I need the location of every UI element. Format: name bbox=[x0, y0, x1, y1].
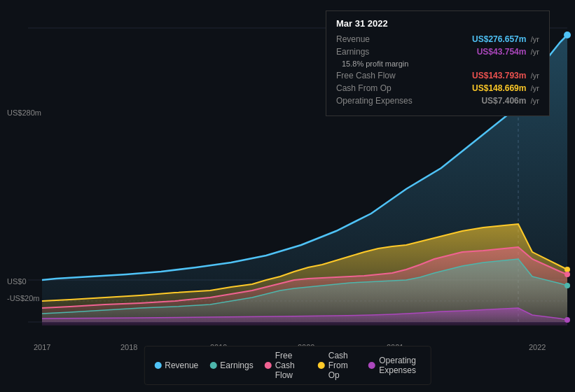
tooltip-fcf-suffix: /yr bbox=[531, 71, 539, 80]
y-label-bot: -US$20m bbox=[7, 294, 39, 302]
legend-label-opex: Operating Expenses bbox=[379, 356, 421, 375]
legend-item-earnings[interactable]: Earnings bbox=[209, 360, 253, 370]
tooltip-margin: 15.8% profit margin bbox=[342, 59, 539, 68]
legend-label-fcf: Free Cash Flow bbox=[275, 351, 307, 380]
tooltip-cashop-label: Cash From Op bbox=[336, 83, 420, 93]
legend-dot-fcf bbox=[265, 362, 272, 369]
tooltip-revenue-value: US$276.657m bbox=[472, 34, 526, 44]
legend-item-opex[interactable]: Operating Expenses bbox=[368, 356, 421, 375]
tooltip-card: Mar 31 2022 Revenue US$276.657m /yr Earn… bbox=[326, 10, 550, 116]
tooltip-opex-suffix: /yr bbox=[531, 97, 539, 105]
tooltip-earnings-label: Earnings bbox=[336, 47, 420, 57]
tooltip-row-fcf: Free Cash Flow US$143.793m /yr bbox=[336, 71, 539, 80]
legend-label-revenue: Revenue bbox=[165, 360, 198, 370]
svg-point-7 bbox=[564, 267, 570, 272]
legend-dot-opex bbox=[368, 362, 375, 369]
tooltip-row-earnings: Earnings US$43.754m /yr bbox=[336, 47, 539, 57]
chart-legend: Revenue Earnings Free Cash Flow Cash Fro… bbox=[144, 346, 431, 385]
svg-point-8 bbox=[564, 272, 570, 277]
chart-container: US$280m US$0 -US$20m 2017 2018 2019 2020… bbox=[0, 0, 575, 392]
x-label-2017: 2017 bbox=[34, 343, 50, 351]
tooltip-revenue-suffix: /yr bbox=[531, 35, 539, 43]
x-label-2022: 2022 bbox=[529, 343, 546, 351]
legend-item-cashop[interactable]: Cash From Op bbox=[318, 351, 357, 380]
legend-label-earnings: Earnings bbox=[220, 360, 253, 370]
y-label-top: US$280m bbox=[7, 108, 41, 117]
tooltip-fcf-value: US$143.793m bbox=[472, 71, 526, 80]
tooltip-row-cashop: Cash From Op US$148.669m /yr bbox=[336, 83, 539, 93]
tooltip-earnings-value: US$43.754m bbox=[477, 47, 527, 57]
x-label-2018: 2018 bbox=[120, 343, 137, 351]
svg-point-6 bbox=[564, 31, 571, 38]
y-label-mid: US$0 bbox=[7, 277, 27, 286]
tooltip-revenue-label: Revenue bbox=[336, 34, 420, 44]
tooltip-opex-label: Operating Expenses bbox=[336, 96, 420, 106]
legend-dot-cashop bbox=[318, 362, 325, 369]
tooltip-row-opex: Operating Expenses US$7.406m /yr bbox=[336, 96, 539, 106]
legend-label-cashop: Cash From Op bbox=[328, 351, 357, 380]
legend-item-fcf[interactable]: Free Cash Flow bbox=[265, 351, 307, 380]
tooltip-earnings-suffix: /yr bbox=[531, 48, 539, 56]
svg-point-10 bbox=[564, 317, 570, 323]
tooltip-opex-value: US$7.406m bbox=[481, 96, 526, 106]
tooltip-cashop-value: US$148.669m bbox=[472, 83, 526, 93]
legend-item-revenue[interactable]: Revenue bbox=[154, 360, 198, 370]
svg-point-9 bbox=[564, 283, 570, 288]
tooltip-cashop-suffix: /yr bbox=[531, 84, 539, 92]
tooltip-row-revenue: Revenue US$276.657m /yr bbox=[336, 34, 539, 44]
tooltip-fcf-label: Free Cash Flow bbox=[336, 71, 420, 80]
legend-dot-earnings bbox=[209, 362, 216, 369]
legend-dot-revenue bbox=[154, 362, 161, 369]
tooltip-date: Mar 31 2022 bbox=[336, 18, 539, 29]
